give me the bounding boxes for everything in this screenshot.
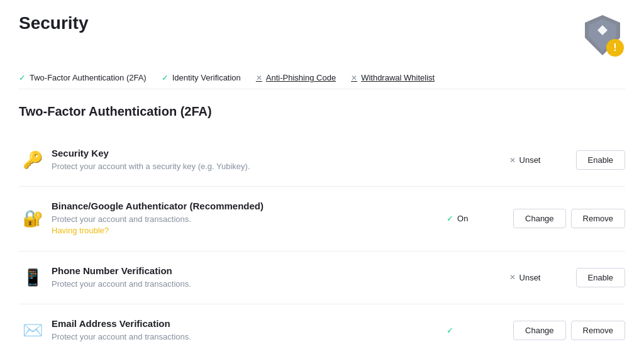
status-check-email-icon: ✓: [447, 326, 453, 335]
email-remove-button[interactable]: Remove: [571, 321, 625, 340]
email-desc: Protect your account and transactions.: [52, 331, 447, 343]
tab-withdrawal[interactable]: ✕ Withdrawal Whitelist: [351, 73, 435, 82]
check-icon: ✓: [19, 73, 26, 82]
security-key-actions: Enable: [576, 150, 625, 170]
authenticator-info: Binance/Google Authenticator (Recommende…: [47, 201, 447, 236]
tab-withdrawal-label: Withdrawal Whitelist: [361, 73, 435, 82]
phone-info: Phone Number Verification Protect your a…: [47, 265, 509, 290]
section-content: Two-Factor Authentication (2FA) 🔑 Securi…: [19, 104, 625, 354]
shield-badge: !: [580, 13, 625, 58]
email-actions: Change Remove: [513, 321, 625, 340]
phone-item: 📱 Phone Number Verification Protect your…: [19, 252, 625, 304]
security-key-info: Security Key Protect your account with a…: [47, 148, 509, 172]
authenticator-status: ✓ On: [447, 214, 503, 223]
tab-antiphishing[interactable]: ✕ Anti-Phishing Code: [256, 73, 336, 82]
email-name: Email Address Verification: [52, 318, 447, 329]
authenticator-actions: Change Remove: [513, 209, 625, 228]
email-change-button[interactable]: Change: [513, 321, 566, 340]
tab-antiphishing-label: Anti-Phishing Code: [266, 73, 336, 82]
email-icon: ✉️: [19, 321, 47, 340]
tab-identity[interactable]: ✓ Identity Verification: [162, 73, 241, 82]
having-trouble-link[interactable]: Having trouble?: [52, 226, 109, 235]
security-key-icon: 🔑: [19, 150, 47, 170]
authenticator-item: 🔐 Binance/Google Authenticator (Recommen…: [19, 187, 625, 251]
email-status: ✓: [447, 326, 503, 335]
check-icon-identity: ✓: [162, 73, 169, 82]
phone-status: ✕ Unset: [509, 273, 566, 282]
email-item: ✉️ Email Address Verification Protect yo…: [19, 304, 625, 354]
authenticator-status-label: On: [457, 214, 468, 223]
status-check-icon: ✓: [447, 214, 453, 223]
x-icon-withdrawal: ✕: [351, 74, 357, 82]
tab-2fa[interactable]: ✓ Two-Factor Authentication (2FA): [19, 73, 147, 82]
authenticator-desc: Protect your account and transactions. H…: [52, 214, 447, 236]
page-container: Security ! ✓ Two-Factor Authentication (…: [0, 0, 644, 354]
page-title: Security: [19, 13, 89, 34]
section-title: Two-Factor Authentication (2FA): [19, 104, 625, 119]
security-key-item: 🔑 Security Key Protect your account with…: [19, 134, 625, 187]
authenticator-remove-button[interactable]: Remove: [571, 209, 625, 228]
security-key-enable-button[interactable]: Enable: [576, 150, 625, 170]
phone-name: Phone Number Verification: [52, 265, 509, 276]
x-icon-antiphishing: ✕: [256, 74, 262, 82]
status-x-phone-icon: ✕: [509, 273, 516, 282]
tab-identity-label: Identity Verification: [172, 73, 241, 82]
phone-status-label: Unset: [519, 273, 541, 282]
security-key-desc: Protect your account with a security key…: [52, 161, 509, 172]
email-info: Email Address Verification Protect your …: [47, 318, 447, 343]
svg-text:!: !: [613, 42, 616, 53]
authenticator-icon: 🔐: [19, 209, 47, 228]
phone-desc: Protect your account and transactions.: [52, 279, 509, 290]
security-key-status: ✕ Unset: [509, 155, 566, 165]
phone-icon: 📱: [19, 268, 47, 287]
security-key-name: Security Key: [52, 148, 509, 158]
security-key-status-label: Unset: [519, 155, 541, 165]
authenticator-change-button[interactable]: Change: [513, 209, 566, 228]
phone-actions: Enable: [576, 268, 625, 287]
phone-enable-button[interactable]: Enable: [576, 268, 625, 287]
authenticator-name: Binance/Google Authenticator (Recommende…: [52, 201, 447, 211]
nav-tabs: ✓ Two-Factor Authentication (2FA) ✓ Iden…: [19, 67, 625, 89]
status-x-icon: ✕: [509, 156, 516, 165]
page-header: Security !: [19, 13, 625, 58]
tab-2fa-label: Two-Factor Authentication (2FA): [30, 73, 147, 82]
